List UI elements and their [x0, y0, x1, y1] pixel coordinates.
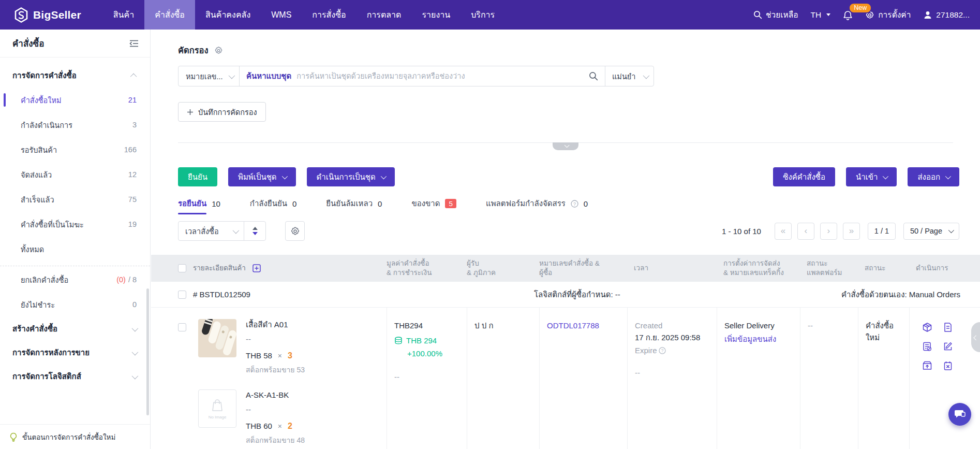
- nav-item-marketing[interactable]: การตลาด: [357, 0, 412, 30]
- order-group-checkbox[interactable]: [178, 291, 186, 299]
- user-icon: [923, 10, 932, 20]
- save-filter-button[interactable]: บันทึกการคัดกรอง: [178, 102, 266, 122]
- status-cell: คำสั่งซื้อใหม่: [858, 308, 909, 449]
- question-circle-icon[interactable]: ?: [659, 347, 666, 354]
- tab-platform-allocating[interactable]: แพลตฟอร์มกำลังจัดสรร ? 0: [486, 197, 588, 214]
- invoice-icon[interactable]: [943, 322, 953, 332]
- brand-logo[interactable]: BigSeller: [14, 7, 81, 23]
- tab-out-of-stock[interactable]: ของขาด5: [411, 197, 456, 214]
- sidebar-item-shipped[interactable]: จัดส่งแล้ว12: [0, 162, 150, 187]
- batch-search-bar: หมายเลข... ค้นหาแบบชุด แม่นยำ: [178, 66, 654, 86]
- list-settings-button[interactable]: [285, 221, 305, 241]
- tab-pending-confirm[interactable]: รอยืนยัน10: [178, 197, 220, 214]
- collapse-filter-button[interactable]: [553, 142, 578, 150]
- pagination-next-button[interactable]: ›: [820, 223, 837, 240]
- nav-item-services[interactable]: บริการ: [461, 0, 505, 30]
- notifications-button[interactable]: New: [843, 8, 853, 21]
- search-input[interactable]: [296, 72, 584, 80]
- batch-print-button[interactable]: พิมพ์เป็นชุด: [228, 167, 296, 186]
- sidebar-item-processing[interactable]: กำลังดำเนินการ3: [0, 112, 150, 137]
- no-image-label: No Image: [209, 414, 227, 421]
- chat-support-button[interactable]: [948, 403, 971, 426]
- page-size-selector[interactable]: 50 / Page: [903, 223, 959, 240]
- chevron-down-icon: [381, 173, 387, 179]
- sidebar-item-unpaid[interactable]: ยังไม่ชำระ0: [0, 292, 150, 317]
- nav-item-wms[interactable]: WMS: [261, 0, 302, 30]
- nav-item-reports[interactable]: รายงาน: [411, 0, 461, 30]
- order-row: เสื้อสีดำ A01 -- THB 58 × 3 สต็อกพร้อมขา…: [151, 308, 980, 449]
- order-toolbar: ยืนยัน พิมพ์เป็นชุด ดำเนินการเป็นชุด ซิง…: [151, 167, 980, 186]
- collapse-sidebar-icon[interactable]: [129, 39, 139, 48]
- platform-status-cell: --: [800, 308, 858, 449]
- confirm-button[interactable]: ยืนยัน: [178, 167, 217, 186]
- nav-item-inventory[interactable]: สินค้าคงคลัง: [195, 0, 261, 30]
- filter-settings-gear-icon[interactable]: [214, 46, 223, 55]
- list-controls: เวลาสั่งซื้อ 1 - 10 of 10 « ‹ › » 1 / 1 …: [151, 221, 980, 241]
- sidebar-item-new-orders[interactable]: คำสั่งซื้อใหม่21: [0, 88, 150, 112]
- nav-item-orders[interactable]: คำสั่งซื้อ: [144, 0, 195, 30]
- product-image-socks[interactable]: [198, 319, 236, 357]
- export-button[interactable]: ส่งออก: [908, 167, 959, 186]
- order-checkbox[interactable]: [178, 323, 186, 331]
- collapse-actions-handle[interactable]: [971, 322, 980, 352]
- sidebar-item-cancelled-orders[interactable]: ยกเลิกคำสั่งซื้อ (0)/ 8: [0, 267, 150, 292]
- sidebar-footer-tip[interactable]: ขั้นตอนการจัดการคำสั่งซื้อใหม่: [0, 424, 150, 449]
- sidebar-item-all-orders[interactable]: ทั้งหมด: [0, 237, 150, 262]
- pack-box-icon[interactable]: [922, 360, 932, 371]
- add-column-icon[interactable]: [253, 264, 261, 272]
- svg-text:?: ?: [661, 348, 663, 353]
- pagination-last-button[interactable]: »: [843, 223, 860, 240]
- sort-direction-toggle[interactable]: [244, 222, 265, 240]
- sort-by-selector[interactable]: เวลาสั่งซื้อ: [179, 222, 244, 240]
- shipping-cell: Seller Delivery เพิ่มข้อมูลขนส่ง: [717, 308, 800, 449]
- select-all-checkbox[interactable]: [178, 264, 186, 272]
- chevron-up-icon: [130, 73, 137, 80]
- edit-order-icon[interactable]: [943, 341, 953, 352]
- sidebar-section-after-sale[interactable]: การจัดการหลังการขาย: [0, 341, 150, 365]
- order-group-id: # BSTDL012509: [193, 290, 250, 299]
- pagination-first-button[interactable]: «: [775, 223, 792, 240]
- search-icon[interactable]: [589, 71, 598, 81]
- nav-item-products[interactable]: สินค้า: [103, 0, 144, 30]
- out-of-stock-badge: 5: [445, 199, 456, 208]
- order-number-link[interactable]: ODTDL017788: [547, 321, 599, 330]
- sidebar-item-void-orders[interactable]: คำสั่งซื้อที่เป็นโมฆะ19: [0, 212, 150, 237]
- language-selector[interactable]: TH: [811, 10, 831, 20]
- multiply-sign: ×: [278, 351, 282, 361]
- chevron-left-icon: [973, 335, 978, 340]
- chevron-down-icon: [281, 173, 287, 179]
- question-circle-icon[interactable]: ?: [571, 200, 578, 208]
- ship-package-icon[interactable]: [922, 322, 932, 332]
- created-label: Created: [635, 320, 711, 332]
- pagination-prev-button[interactable]: ‹: [797, 223, 814, 240]
- search-field-selector[interactable]: หมายเลข...: [179, 66, 240, 86]
- platform-status: --: [808, 320, 853, 332]
- tab-confirming[interactable]: กำลังยืนยัน0: [250, 197, 296, 214]
- chevron-down-icon: [132, 349, 139, 355]
- void-order-icon[interactable]: [943, 360, 953, 371]
- chevron-down-icon: [564, 142, 569, 148]
- product-item: No Image A-SK-A1-BK -- THB 60 × 2 สต็อกพ…: [198, 389, 381, 446]
- time-cell: Created 17 ก.ย. 2025 09:58 Expire ? --: [627, 308, 717, 449]
- expire-value: --: [635, 367, 711, 379]
- picking-list-icon[interactable]: [922, 341, 932, 352]
- sidebar-section-logistics[interactable]: การจัดการโลจิสติกส์: [0, 365, 150, 388]
- nav-item-purchase[interactable]: การสั่งซื้อ: [302, 0, 356, 30]
- order-value-cell: THB294 THB 294 +100.00% --: [387, 308, 467, 449]
- sync-orders-button[interactable]: ซิงค์คำสั่งซื้อ: [773, 167, 835, 186]
- sidebar-section-order-management[interactable]: การจัดการคำสั่งซื้อ: [0, 64, 150, 88]
- account-menu[interactable]: 271882...: [923, 10, 970, 20]
- add-shipping-info-link[interactable]: เพิ่มข้อมูลขนส่ง: [724, 334, 795, 345]
- help-button[interactable]: ช่วยเหลือ: [753, 8, 798, 21]
- match-mode-selector[interactable]: แม่นยำ: [605, 66, 654, 86]
- import-button[interactable]: นำเข้า: [846, 167, 897, 186]
- sidebar-item-completed[interactable]: สำเร็จแล้ว75: [0, 187, 150, 212]
- lightbulb-icon: [9, 432, 18, 442]
- sidebar-item-to-receive[interactable]: รอรับสินค้า166: [0, 137, 150, 162]
- sidebar-section-create-order[interactable]: สร้างคำสั่งซื้อ: [0, 317, 150, 341]
- settings-button[interactable]: การตั้งค่า: [865, 8, 911, 21]
- sidebar-scrollbar[interactable]: [146, 288, 149, 415]
- tab-confirm-failed[interactable]: ยืนยันล้มเหลว0: [326, 197, 382, 214]
- batch-process-button[interactable]: ดำเนินการเป็นชุด: [307, 167, 395, 186]
- manual-order-label: คำสั่งซื้อด้วยตนเอง: Manual Orders: [841, 288, 960, 301]
